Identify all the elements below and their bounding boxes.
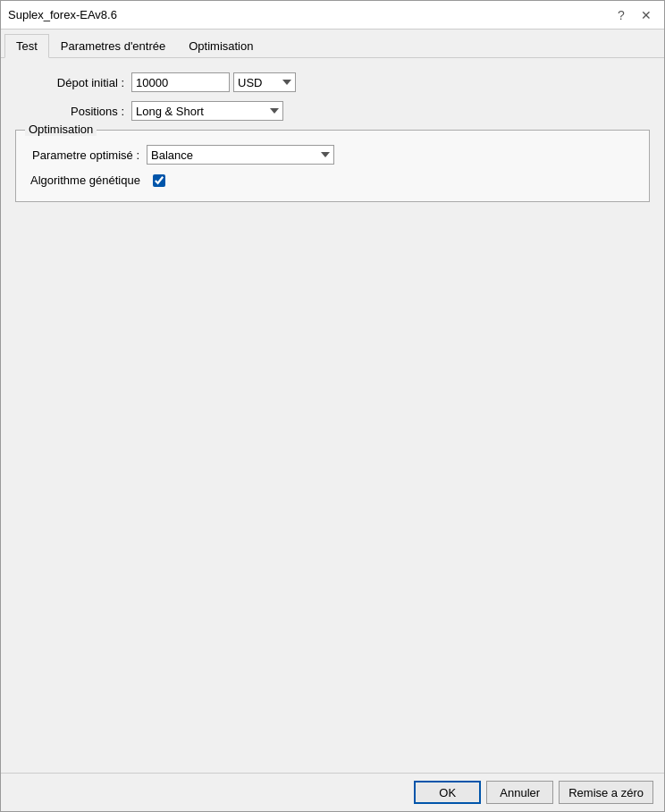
depot-input[interactable]	[131, 72, 230, 92]
main-content: Dépot initial : USD EUR GBP Positions : …	[1, 58, 664, 773]
algo-label: Algorithme génétique	[30, 173, 147, 187]
remise-button[interactable]: Remise a zéro	[559, 781, 653, 804]
main-window: Suplex_forex-EAv8.6 ? ✕ Test Parametres …	[0, 0, 665, 812]
algo-row: Algorithme génétique	[30, 173, 635, 187]
positions-controls: Long & Short Long only Short only	[131, 101, 283, 121]
group-title: Optimisation	[25, 123, 97, 136]
positions-select[interactable]: Long & Short Long only Short only	[131, 101, 283, 121]
ok-button[interactable]: OK	[414, 781, 481, 804]
parametre-controls: Balance Profit factor Expected payoff Dr…	[147, 145, 334, 165]
depot-row: Dépot initial : USD EUR GBP	[15, 72, 650, 92]
close-button[interactable]: ✕	[636, 4, 657, 26]
parametre-label: Parametre optimisé :	[30, 148, 147, 162]
positions-row: Positions : Long & Short Long only Short…	[15, 101, 650, 121]
algo-checkbox[interactable]	[153, 174, 165, 187]
depot-controls: USD EUR GBP	[131, 72, 296, 92]
title-bar-left: Suplex_forex-EAv8.6	[8, 8, 117, 21]
currency-select[interactable]: USD EUR GBP	[233, 72, 296, 92]
tab-parametres[interactable]: Parametres d'entrée	[49, 34, 177, 58]
title-bar: Suplex_forex-EAv8.6 ? ✕	[1, 1, 664, 30]
parametre-row: Parametre optimisé : Balance Profit fact…	[30, 145, 635, 165]
depot-label: Dépot initial :	[15, 76, 131, 89]
window-title: Suplex_forex-EAv8.6	[8, 8, 117, 21]
annuler-button[interactable]: Annuler	[486, 781, 553, 804]
optimisation-group: Optimisation Parametre optimisé : Balanc…	[15, 130, 650, 202]
title-bar-right: ? ✕	[610, 4, 657, 26]
tab-test[interactable]: Test	[4, 34, 49, 58]
positions-label: Positions :	[15, 105, 131, 118]
bottom-bar: OK Annuler Remise a zéro	[1, 773, 664, 811]
balance-select[interactable]: Balance Profit factor Expected payoff Dr…	[147, 145, 334, 165]
tab-bar: Test Parametres d'entrée Optimisation	[1, 30, 664, 58]
help-button[interactable]: ?	[610, 4, 632, 26]
group-content: Parametre optimisé : Balance Profit fact…	[30, 145, 635, 187]
tab-optimisation[interactable]: Optimisation	[177, 34, 265, 58]
